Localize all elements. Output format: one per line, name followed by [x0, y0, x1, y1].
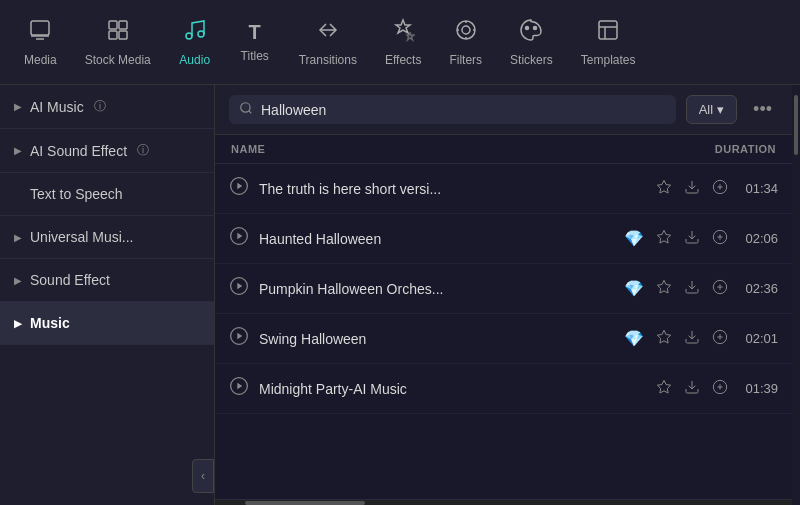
download-icon-5[interactable]	[684, 379, 700, 398]
svg-point-10	[534, 26, 537, 29]
favorite-icon-1[interactable]	[656, 179, 672, 198]
download-icon-1[interactable]	[684, 179, 700, 198]
effects-icon	[391, 18, 415, 48]
svg-marker-34	[237, 383, 242, 390]
nav-item-filters[interactable]: Filters	[435, 10, 496, 75]
sidebar-item-ai-sound-effect[interactable]: ▶ AI Sound Effect ⓘ	[0, 129, 214, 173]
nav-item-effects[interactable]: Effects	[371, 10, 435, 75]
search-bar: All ▾ •••	[215, 85, 792, 135]
svg-marker-35	[657, 380, 670, 393]
track-actions-4: 💎	[624, 329, 778, 348]
transitions-icon	[316, 18, 340, 48]
favorite-icon-3[interactable]	[656, 279, 672, 298]
track-name-1: The truth is here short versi...	[259, 181, 646, 197]
svg-point-7	[462, 26, 470, 34]
nav-item-media[interactable]: Media	[10, 10, 71, 75]
stickers-icon	[519, 18, 543, 48]
gem-icon-4: 💎	[624, 329, 644, 348]
search-input[interactable]	[261, 102, 666, 118]
add-to-timeline-icon-4[interactable]	[712, 329, 728, 348]
sidebar-item-ai-music[interactable]: ▶ AI Music ⓘ	[0, 85, 214, 129]
track-row[interactable]: Swing Halloween 💎	[215, 314, 792, 364]
track-actions-5: 01:39	[656, 379, 778, 398]
col-name-header: NAME	[231, 143, 265, 155]
titles-icon: T	[249, 21, 261, 44]
vertical-scrollbar[interactable]	[792, 85, 800, 505]
nav-item-stock-media[interactable]: Stock Media	[71, 10, 165, 75]
chevron-right-icon-5: ▶	[14, 318, 22, 329]
sidebar-collapse-button[interactable]: ‹	[192, 459, 214, 493]
track-duration-5: 01:39	[740, 381, 778, 396]
chevron-right-icon-4: ▶	[14, 275, 22, 286]
track-row[interactable]: The truth is here short versi...	[215, 164, 792, 214]
favorite-icon-2[interactable]	[656, 229, 672, 248]
track-duration-4: 02:01	[740, 331, 778, 346]
play-button-5[interactable]	[229, 376, 249, 401]
favorite-icon-5[interactable]	[656, 379, 672, 398]
chevron-right-icon: ▶	[14, 101, 22, 112]
track-row[interactable]: Midnight Party-AI Music	[215, 364, 792, 414]
sidebar-item-text-to-speech[interactable]: Text to Speech	[0, 173, 214, 216]
svg-marker-25	[657, 280, 670, 293]
favorite-icon-4[interactable]	[656, 329, 672, 348]
nav-item-templates[interactable]: Templates	[567, 10, 650, 75]
sidebar-item-sound-effect[interactable]: ▶ Sound Effect	[0, 259, 214, 302]
filter-button[interactable]: All ▾	[686, 95, 737, 124]
svg-marker-24	[237, 283, 242, 290]
add-to-timeline-icon-3[interactable]	[712, 279, 728, 298]
svg-marker-20	[657, 230, 670, 243]
track-row[interactable]: Haunted Halloween 💎	[215, 214, 792, 264]
collapse-icon: ‹	[201, 469, 205, 483]
play-button-2[interactable]	[229, 226, 249, 251]
search-input-wrap[interactable]	[229, 95, 676, 124]
svg-marker-29	[237, 333, 242, 340]
more-options-button[interactable]: •••	[747, 95, 778, 124]
transitions-label: Transitions	[299, 53, 357, 67]
svg-point-6	[198, 31, 204, 37]
ai-sound-effect-label: AI Sound Effect	[30, 143, 127, 159]
content-area: All ▾ ••• NAME DURATION The truth is her…	[215, 85, 792, 505]
stock-media-icon	[106, 18, 130, 48]
svg-marker-19	[237, 233, 242, 240]
svg-rect-11	[599, 21, 617, 39]
sidebar-item-music[interactable]: ▶ Music	[0, 302, 214, 345]
add-to-timeline-icon-1[interactable]	[712, 179, 728, 198]
track-actions-3: 💎	[624, 279, 778, 298]
vertical-scroll-thumb[interactable]	[794, 95, 798, 155]
filters-icon	[454, 18, 478, 48]
svg-marker-30	[657, 330, 670, 343]
nav-item-stickers[interactable]: Stickers	[496, 10, 567, 75]
templates-icon	[596, 18, 620, 48]
track-duration-3: 02:36	[740, 281, 778, 296]
audio-label: Audio	[179, 53, 210, 67]
svg-rect-3	[109, 31, 117, 39]
stickers-label: Stickers	[510, 53, 553, 67]
sound-effect-label: Sound Effect	[30, 272, 110, 288]
download-icon-4[interactable]	[684, 329, 700, 348]
horizontal-scrollbar[interactable]	[215, 499, 792, 505]
svg-point-5	[186, 33, 192, 39]
track-name-3: Pumpkin Halloween Orches...	[259, 281, 614, 297]
nav-item-transitions[interactable]: Transitions	[285, 10, 371, 75]
download-icon-3[interactable]	[684, 279, 700, 298]
media-label: Media	[24, 53, 57, 67]
nav-item-titles[interactable]: T Titles	[225, 13, 285, 71]
sidebar-item-universal-music[interactable]: ▶ Universal Musi...	[0, 216, 214, 259]
download-icon-2[interactable]	[684, 229, 700, 248]
music-label: Music	[30, 315, 70, 331]
add-to-timeline-icon-5[interactable]	[712, 379, 728, 398]
table-header: NAME DURATION	[215, 135, 792, 164]
filters-label: Filters	[449, 53, 482, 67]
svg-rect-2	[119, 21, 127, 29]
scroll-thumb[interactable]	[245, 501, 365, 505]
add-to-timeline-icon-2[interactable]	[712, 229, 728, 248]
play-button-1[interactable]	[229, 176, 249, 201]
play-button-4[interactable]	[229, 326, 249, 351]
track-row[interactable]: Pumpkin Halloween Orches... 💎	[215, 264, 792, 314]
track-actions-1: 01:34	[656, 179, 778, 198]
universal-music-label: Universal Musi...	[30, 229, 133, 245]
play-button-3[interactable]	[229, 276, 249, 301]
nav-item-audio[interactable]: Audio	[165, 10, 225, 75]
filter-label: All	[699, 102, 713, 117]
svg-point-9	[526, 26, 529, 29]
